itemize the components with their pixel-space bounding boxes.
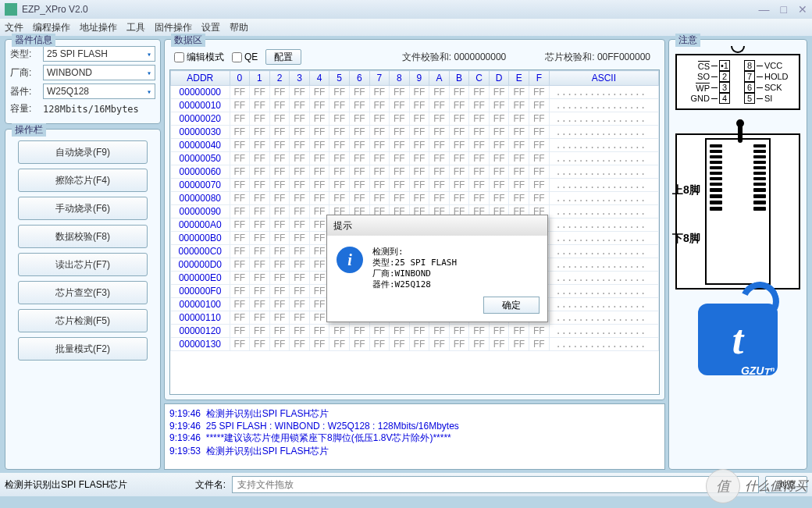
close-icon[interactable]: ✕ <box>798 3 807 16</box>
watermark-text: 什么值得买 <box>745 478 807 495</box>
filename-label: 文件名: <box>163 478 226 492</box>
app-title: EZP_XPro V2.0 <box>22 4 88 15</box>
watermark-icon: 值 <box>706 469 740 503</box>
brand-icon: t GZUᴛⁿ <box>698 304 778 375</box>
menu-编程操作[interactable]: 编程操作 <box>33 21 70 34</box>
log-line: 9:19:46 检测并识别出SPI FLASH芯片 <box>169 407 660 421</box>
lever-icon <box>738 119 743 143</box>
config-button[interactable]: 配置 <box>265 49 301 65</box>
device-info-group: 器件信息 类型:25 SPI FLASH 厂商:WINBOND 器件:W25Q1… <box>5 39 161 124</box>
menu-地址操作[interactable]: 地址操作 <box>80 21 117 34</box>
edit-mode-check[interactable]: 编辑模式 <box>174 51 224 64</box>
title-bar: EZP_XPro V2.0 — □ ✕ <box>0 0 812 19</box>
menu-固件操作[interactable]: 固件操作 <box>155 21 192 34</box>
menu-帮助[interactable]: 帮助 <box>230 21 248 34</box>
chip-pinout-diagram: CS•18VCCSO27HOLDWP36SCKGND45SI <box>675 54 800 110</box>
vendor-label: 厂商: <box>10 66 40 80</box>
menu-设置[interactable]: 设置 <box>201 21 220 34</box>
log-view[interactable]: 9:19:46 检测并识别出SPI FLASH芯片9:19:46 25 SPI … <box>164 403 665 470</box>
maximize-icon[interactable]: □ <box>781 3 787 16</box>
minimize-icon[interactable]: — <box>759 3 770 16</box>
upper-8pin-label: 上8脚 <box>672 183 700 197</box>
info-icon: i <box>337 247 363 273</box>
menu-工具[interactable]: 工具 <box>126 21 145 34</box>
operations-title: 操作栏 <box>12 123 46 137</box>
device-info-title: 器件信息 <box>12 34 55 47</box>
socket-diagram <box>675 133 800 290</box>
menu-文件[interactable]: 文件 <box>5 21 23 34</box>
dialog-message: 检测到: 类型:25 SPI FLASH 厂商:WINBOND 器件:W25Q1… <box>372 247 457 290</box>
part-label: 器件: <box>10 85 40 98</box>
capacity-label: 容量: <box>10 102 40 115</box>
watermark: 值 什么值得买 <box>706 469 807 503</box>
op-button[interactable]: 读出芯片(F7) <box>18 253 148 276</box>
window-controls: — □ ✕ <box>759 3 807 16</box>
op-button[interactable]: 数据校验(F8) <box>18 225 148 248</box>
part-combo[interactable]: W25Q128 <box>43 83 155 99</box>
log-line: 9:19:46 *****建议该芯片使用锁紧座下8脚位(低压1.8V芯片除外)*… <box>169 432 660 445</box>
alert-dialog: 提示 i 检测到: 类型:25 SPI FLASH 厂商:WINBOND 器件:… <box>326 215 548 322</box>
data-area-title: 数据区 <box>171 34 205 47</box>
dialog-ok-button[interactable]: 确定 <box>483 297 540 314</box>
file-checksum: 文件校验和: 0000000000 <box>402 51 506 64</box>
op-button[interactable]: 手动烧录(F6) <box>18 197 148 220</box>
op-button[interactable]: 芯片检测(F5) <box>18 309 148 332</box>
filename-input[interactable] <box>232 476 759 493</box>
op-button[interactable]: 芯片查空(F3) <box>18 281 148 304</box>
qe-check[interactable]: QE <box>232 52 258 62</box>
app-icon <box>5 3 17 16</box>
chip-checksum: 芯片校验和: 00FF000000 <box>545 51 650 64</box>
log-line: 9:19:46 25 SPI FLASH : WINBOND : W25Q128… <box>169 421 660 432</box>
status-text: 检测并识别出SPI FLASH芯片 <box>5 478 157 492</box>
vendor-combo[interactable]: WINBOND <box>43 65 155 80</box>
type-combo[interactable]: 25 SPI FLASH <box>43 46 155 62</box>
notes-title: 注意 <box>675 34 700 47</box>
op-button[interactable]: 批量模式(F2) <box>18 337 148 361</box>
log-line: 9:19:53 检测并识别出SPI FLASH芯片 <box>169 445 660 458</box>
lower-8pin-label: 下8脚 <box>672 232 700 246</box>
op-button[interactable]: 自动烧录(F9) <box>18 140 148 164</box>
brand-text: GZUᴛⁿ <box>741 364 775 377</box>
capacity-value: 128Mbits/16Mbytes <box>43 104 139 115</box>
operations-group: 操作栏 自动烧录(F9)擦除芯片(F4)手动烧录(F6)数据校验(F8)读出芯片… <box>5 129 161 470</box>
dialog-title: 提示 <box>327 215 547 236</box>
type-label: 类型: <box>10 48 40 61</box>
op-button[interactable]: 擦除芯片(F4) <box>18 169 148 192</box>
notes-group: 注意 CS•18VCCSO27HOLDWP36SCKGND45SI 上8脚 下8… <box>668 39 807 470</box>
